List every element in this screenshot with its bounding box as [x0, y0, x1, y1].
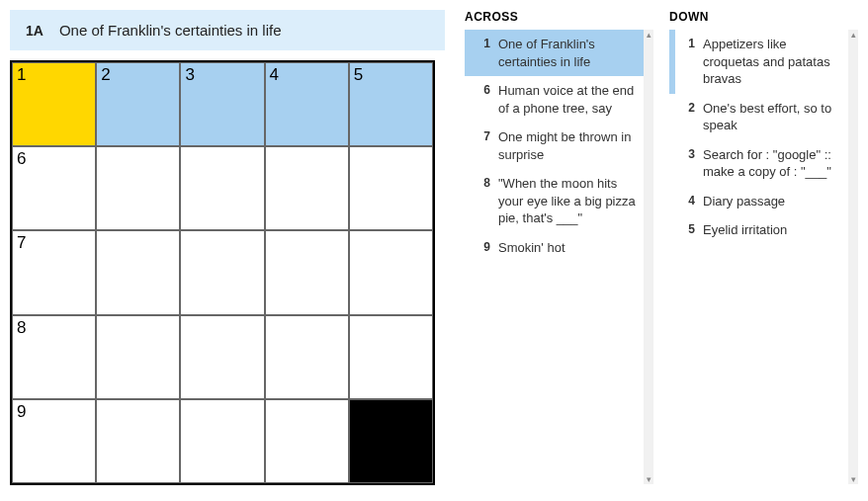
- clue-number: 8: [475, 175, 490, 227]
- clue-text: One's best effort, so to speak: [703, 100, 840, 134]
- clue-text: Eyelid irritation: [703, 221, 840, 239]
- cell-r1-c0[interactable]: 6: [12, 146, 96, 230]
- clue-number: 3: [679, 146, 695, 181]
- cell-number: 1: [17, 65, 26, 85]
- clue-text: One might be thrown in surprise: [498, 128, 636, 163]
- cell-r0-c0[interactable]: 1: [12, 62, 96, 146]
- across-clue-8[interactable]: 8"When the moon hits your eye like a big…: [465, 169, 644, 233]
- down-clue-5[interactable]: 5Eyelid irritation: [669, 215, 848, 245]
- across-scroll[interactable]: 1One of Franklin's certainties in life6H…: [465, 30, 653, 484]
- down-heading: DOWN: [669, 10, 858, 24]
- cell-r2-c2[interactable]: [180, 230, 264, 314]
- cell-r4-c4: [349, 399, 433, 483]
- cell-r1-c1[interactable]: [96, 146, 180, 230]
- clue-number: 5: [679, 221, 695, 239]
- cell-r0-c4[interactable]: 5: [349, 62, 433, 146]
- down-column: DOWN 1Appetizers like croquetas and pata…: [669, 10, 858, 485]
- down-clue-1[interactable]: 1Appetizers like croquetas and patatas b…: [669, 30, 848, 94]
- current-clue-bar[interactable]: 1A One of Franklin's certainties in life: [10, 10, 445, 50]
- clue-number: 1: [679, 36, 695, 88]
- clue-number: 2: [679, 100, 695, 134]
- down-clue-3[interactable]: 3Search for : "google" :: make a copy of…: [669, 140, 848, 187]
- cell-r4-c0[interactable]: 9: [12, 399, 96, 483]
- down-scroll[interactable]: 1Appetizers like croquetas and patatas b…: [669, 30, 858, 484]
- crossword-layout: 1A One of Franklin's certainties in life…: [10, 10, 858, 485]
- cell-r4-c3[interactable]: [265, 399, 349, 483]
- clue-number: 1: [475, 36, 490, 70]
- cell-r3-c3[interactable]: [265, 315, 349, 399]
- across-clue-7[interactable]: 7One might be thrown in surprise: [465, 123, 644, 169]
- crossword-grid[interactable]: 123456789: [10, 60, 435, 485]
- across-clue-1[interactable]: 1One of Franklin's certainties in life: [465, 30, 644, 76]
- cell-r4-c1[interactable]: [96, 399, 180, 483]
- cell-r3-c4[interactable]: [349, 315, 433, 399]
- down-clue-4[interactable]: 4Diary passage: [669, 187, 848, 216]
- cell-number: 9: [17, 402, 26, 422]
- cell-r2-c4[interactable]: [349, 230, 433, 314]
- clue-number: 4: [679, 193, 695, 210]
- cell-number: 2: [101, 65, 110, 85]
- cell-number: 7: [17, 233, 26, 253]
- clue-lists: ACROSS 1One of Franklin's certainties in…: [465, 10, 858, 485]
- cell-number: 3: [185, 65, 194, 85]
- cell-r0-c1[interactable]: 2: [96, 62, 180, 146]
- clue-text: "When the moon hits your eye like a big …: [498, 175, 636, 227]
- cell-number: 5: [354, 65, 363, 85]
- cell-r4-c2[interactable]: [180, 399, 264, 483]
- cell-number: 4: [270, 65, 279, 85]
- clue-number: 6: [475, 82, 490, 117]
- clue-text: One of Franklin's certainties in life: [498, 36, 636, 70]
- across-clue-6[interactable]: 6Human voice at the end of a phone tree,…: [465, 76, 644, 123]
- left-panel: 1A One of Franklin's certainties in life…: [10, 10, 445, 485]
- across-column: ACROSS 1One of Franklin's certainties in…: [465, 10, 653, 485]
- cell-r1-c4[interactable]: [349, 146, 433, 230]
- across-heading: ACROSS: [465, 10, 653, 24]
- cell-r3-c2[interactable]: [180, 315, 264, 399]
- cell-r0-c3[interactable]: 4: [265, 62, 349, 146]
- clue-text: Diary passage: [703, 193, 840, 210]
- clue-text: Search for : "google" :: make a copy of …: [703, 146, 840, 181]
- down-clue-2[interactable]: 2One's best effort, so to speak: [669, 94, 848, 140]
- cell-number: 8: [17, 318, 26, 338]
- cell-r2-c3[interactable]: [265, 230, 349, 314]
- clue-number: 9: [475, 239, 490, 257]
- cell-r0-c2[interactable]: 3: [180, 62, 264, 146]
- cell-r2-c1[interactable]: [96, 230, 180, 314]
- current-clue-label: 1A: [26, 23, 43, 39]
- cell-r2-c0[interactable]: 7: [12, 230, 96, 314]
- cell-number: 6: [17, 149, 26, 169]
- clue-number: 7: [475, 128, 490, 163]
- cell-r1-c2[interactable]: [180, 146, 264, 230]
- clue-text: Smokin' hot: [498, 239, 636, 257]
- current-clue-text: One of Franklin's certainties in life: [59, 22, 282, 39]
- cell-r3-c0[interactable]: 8: [12, 315, 96, 399]
- clue-text: Appetizers like croquetas and patatas br…: [703, 36, 840, 88]
- clue-text: Human voice at the end of a phone tree, …: [498, 82, 636, 117]
- across-clue-9[interactable]: 9Smokin' hot: [465, 233, 644, 263]
- cell-r3-c1[interactable]: [96, 315, 180, 399]
- cell-r1-c3[interactable]: [265, 146, 349, 230]
